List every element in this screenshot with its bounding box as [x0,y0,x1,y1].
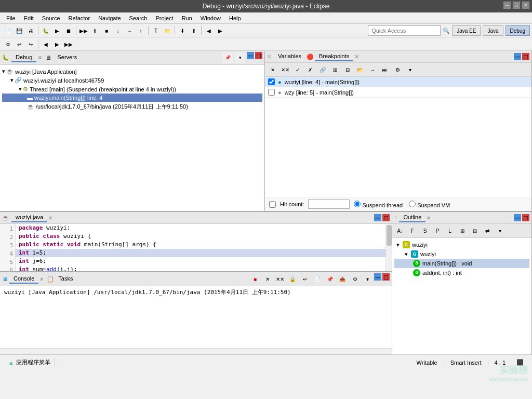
outline-maximize-btn[interactable]: □ [522,214,529,221]
console-pin[interactable]: 📌 [325,274,335,284]
suspend-vm-radio[interactable] [409,201,416,207]
outline-hide-static[interactable]: S [420,225,430,236]
tree-root[interactable]: ▾ ☕ wuziyi [Java Application] [2,67,262,76]
bp-check-2[interactable] [268,89,275,96]
outline-minimize-btn[interactable]: ─ [514,214,521,221]
console-new[interactable]: 📄 [312,274,323,284]
code-editor[interactable]: 1 2 ●3 4 5 6 7 8 9 10 package wuzi [0,224,392,271]
bp-item-1[interactable]: ● wuziyi [line: 4] - main(String[]) [265,77,531,87]
tb-step-return[interactable]: ↑ [136,25,146,36]
bp-skip[interactable]: ⏭ [380,64,390,75]
tb-next-annotation[interactable]: ⬇ [177,25,188,36]
menu-help[interactable]: Help [225,14,245,22]
tb2-btn5[interactable]: ▶ [52,39,62,49]
vscroll-thumb[interactable] [387,225,392,246]
tb-resume[interactable]: ▶▶ [78,25,89,36]
maximize-btn[interactable]: □ [512,1,521,9]
bp-disable-all[interactable]: ✗ [305,64,315,75]
editor-vscroll[interactable] [385,224,392,271]
bp-enable-all[interactable]: ✓ [292,64,303,75]
outline-menu[interactable]: ▾ [495,225,505,236]
outline-sort[interactable]: A↓ [395,225,405,236]
editor-maximize-btn[interactable]: □ [382,214,390,221]
tb2-btn6[interactable]: ▶▶ [63,39,74,49]
bp-group[interactable]: 📂 [355,64,365,75]
tab-debug[interactable]: Debug [11,53,36,62]
outline-hide-fields[interactable]: F [407,225,418,236]
outline-item-main[interactable]: 8 main(String[]) : void [394,259,529,268]
outline-hide-nonpublic[interactable]: P [432,225,443,236]
menu-refactor[interactable]: Refactor [64,14,95,22]
tab-console[interactable]: Console [9,274,38,284]
vars-maximize-btn[interactable]: □ [522,53,529,60]
console-terminate[interactable]: ■ [250,274,260,284]
bp-go[interactable]: → [367,64,378,75]
close-btn[interactable]: ✕ [522,1,530,9]
bp-remove[interactable]: ✕ [268,64,278,75]
menu-source[interactable]: Source [38,14,64,22]
outline-item-add[interactable]: 8 add(int, int) : int [394,268,529,277]
debug-maximize-btn[interactable]: □ [255,52,262,59]
tb-forward[interactable]: ▶ [215,25,225,36]
tb-back[interactable]: ◀ [204,25,214,36]
tb-run[interactable]: ▶ [52,25,62,36]
tab-outline[interactable]: Outline [399,213,425,222]
minimize-btn[interactable]: ─ [503,1,511,9]
tb-debug[interactable]: 🐛 [41,25,51,36]
bp-expand[interactable]: ⊞ [330,64,340,75]
perspective-java-ee[interactable]: Java EE [452,25,481,36]
outline-item-wuziyi-pkg[interactable]: ▾ C wuziyi [394,240,529,249]
tb-step-into[interactable]: ↓ [113,25,123,36]
bp-remove-all[interactable]: ✕✕ [280,64,290,75]
menu-edit[interactable]: Edit [20,14,38,22]
suspend-thread-radio[interactable] [354,201,361,207]
console-settings[interactable]: ⚙ [350,274,360,284]
outline-expand[interactable]: ⊞ [457,225,468,236]
tree-main-line4[interactable]: ▬ wuziyi.main(String[]) line: 4 [2,94,262,102]
suspend-thread-label[interactable]: Suspend thread [354,201,403,208]
tab-editor-file[interactable]: wuziyi.java [11,213,47,222]
bp-check-1[interactable] [268,78,275,85]
menu-window[interactable]: Window [196,14,225,22]
bp-collapse[interactable]: ⊟ [342,64,353,75]
tree-thread[interactable]: ▾ ⚙ Thread [main] (Suspended (breakpoint… [2,85,262,94]
debug-menu-btn[interactable]: ▾ [235,52,245,63]
outline-collapse[interactable]: ⊟ [470,225,480,236]
tb-open-resource[interactable]: 📁 [162,25,172,36]
tb2-btn1[interactable]: ⚙ [3,39,13,49]
menu-file[interactable]: File [2,14,20,22]
vars-minimize-btn[interactable]: ─ [514,53,521,60]
bp-settings[interactable]: ⚙ [392,64,403,75]
editor-minimize-btn[interactable]: ─ [374,214,381,221]
quick-access-input[interactable] [368,25,441,36]
console-scroll-lock[interactable]: 🔒 [287,274,298,284]
outline-item-wuziyi-class[interactable]: ▾ G wuziyi [394,249,529,259]
menu-project[interactable]: Project [151,14,177,22]
console-word-wrap[interactable]: ↵ [300,274,310,284]
console-remove[interactable]: ✕ [262,274,273,284]
debug-minimize-btn[interactable]: ─ [247,52,254,59]
tb-print[interactable]: 🖨 [25,25,36,36]
console-minimize-btn[interactable]: ─ [374,273,381,281]
console-maximize-btn[interactable]: □ [382,273,390,281]
bp-link-editor[interactable]: 🔗 [317,64,328,75]
tab-tasks[interactable]: Tasks [54,274,77,284]
editor-close-icon[interactable]: ✕ [48,215,52,221]
tb-suspend[interactable]: ⏸ [90,25,100,36]
outline-sync[interactable]: ⇄ [482,225,493,236]
debug-pin-btn[interactable]: 📌 [222,52,233,63]
outline-hide-local[interactable]: L [445,225,455,236]
tb-terminate[interactable]: ■ [101,25,112,36]
suspend-vm-label[interactable]: Suspend VM [409,201,450,208]
console-remove-all[interactable]: ✕✕ [275,274,285,284]
tree-localhost[interactable]: ▾ 🔗 wuziyi.wuziyi at localhost:46759 [2,76,262,85]
tb-open-type[interactable]: T [151,25,161,36]
menu-search[interactable]: Search [125,14,152,22]
tree-java-bin[interactable]: ☕ /usr/local/jdk1.7.0_67/bin/java (2015年… [2,102,262,112]
console-export[interactable]: 📤 [337,274,348,284]
perspective-java[interactable]: Java [483,25,503,36]
bp-item-2[interactable]: ● wzy [line: 5] - main(String[]) [265,87,531,98]
tb-stop[interactable]: ⏹ [63,25,74,36]
tab-breakpoints[interactable]: Breakpoints [315,52,353,61]
perspective-debug[interactable]: Debug [506,25,530,36]
